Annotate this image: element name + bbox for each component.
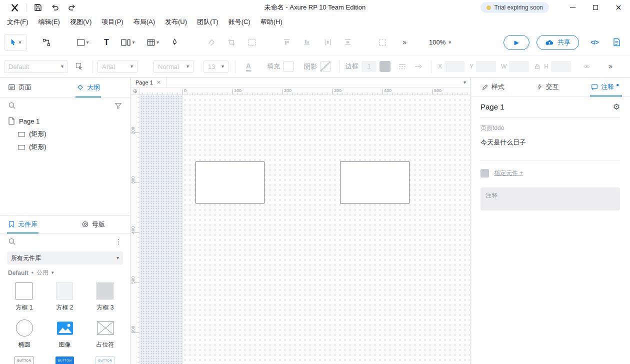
tree-item-rectangle[interactable]: (矩形) xyxy=(0,128,130,140)
rectangle-widget[interactable] xyxy=(196,162,264,204)
kebab-menu-icon[interactable]: ⋮ xyxy=(115,238,122,246)
connector-tool-button[interactable] xyxy=(39,34,54,51)
crop-button[interactable] xyxy=(224,34,239,51)
tab-style[interactable]: 样式 xyxy=(482,78,504,96)
undo-button[interactable] xyxy=(46,0,64,15)
inspect-code-button[interactable]: </> xyxy=(587,34,602,51)
minimize-button[interactable] xyxy=(561,0,584,15)
widget-box2[interactable]: 方框 2 xyxy=(56,282,73,312)
redo-button[interactable] xyxy=(64,0,80,15)
save-button[interactable] xyxy=(30,0,46,15)
frames-tool-button[interactable]: ▾ xyxy=(116,34,140,51)
lock-ratio-button[interactable] xyxy=(532,58,542,75)
line-style-button[interactable] xyxy=(394,58,410,75)
tab-list-dropdown[interactable]: ▾ xyxy=(464,80,466,85)
stylebar-more-button[interactable]: » xyxy=(603,58,618,75)
pen-tool-button[interactable] xyxy=(167,34,182,51)
shadow-label: 阴影 xyxy=(304,62,317,71)
preview-button[interactable]: ▶ xyxy=(504,35,530,50)
canvas-surface[interactable] xyxy=(140,95,470,364)
assign-widget-link[interactable]: 指定元件 + xyxy=(494,169,523,178)
text-tool-button[interactable]: T xyxy=(99,34,114,51)
widget-button-default[interactable]: BUTTON xyxy=(14,356,34,364)
ruler-corner[interactable] xyxy=(130,88,140,95)
tab-notes[interactable]: 注释 ● xyxy=(591,78,619,96)
library-group-header[interactable]: Default • 公用 ▾ xyxy=(8,268,122,277)
menu-file[interactable]: 文件(F) xyxy=(2,15,34,29)
style-preset-select[interactable]: Default ▾ xyxy=(4,60,68,73)
widget-box3[interactable]: 方框 3 xyxy=(96,282,114,312)
toolbar-more-button[interactable]: » xyxy=(397,34,412,51)
vertical-ruler: 200 300 400 500 600 xyxy=(130,95,140,364)
library-select[interactable]: 所有元件库 ▾ xyxy=(7,252,123,264)
widget-notes-box[interactable]: 注释 xyxy=(480,188,620,210)
x-input[interactable] xyxy=(444,61,464,72)
more-icon: » xyxy=(608,62,612,71)
tab-close-icon[interactable]: × xyxy=(156,80,161,85)
slice-button[interactable] xyxy=(244,34,259,51)
tab-masters[interactable]: 母版 xyxy=(82,216,105,233)
border-swatch[interactable] xyxy=(380,61,390,72)
widget-button-link[interactable]: BUTTON xyxy=(96,356,116,364)
spec-doc-button[interactable] xyxy=(609,34,624,51)
toolbar: ▾ ▾ T ▾ ▾ xyxy=(0,29,630,56)
note-field-value[interactable]: 今天是什么日子 xyxy=(480,138,620,147)
font-weight-select[interactable]: Normal ▾ xyxy=(154,60,194,73)
w-input[interactable] xyxy=(509,61,529,72)
tree-item-page[interactable]: Page 1 xyxy=(0,114,130,128)
menu-arrange[interactable]: 布局(A) xyxy=(128,15,160,29)
arrow-style-button[interactable] xyxy=(410,58,426,75)
y-input[interactable] xyxy=(476,61,496,72)
format-painter-button[interactable] xyxy=(204,34,219,51)
canvas-out-of-page-area xyxy=(140,95,182,364)
widget-placeholder[interactable]: 占位符 xyxy=(96,319,114,349)
menu-help[interactable]: 帮助(H) xyxy=(256,15,288,29)
widget-image[interactable]: 图像 xyxy=(56,319,74,349)
tab-widget-libraries[interactable]: 元件库 xyxy=(8,216,38,233)
rectangle-tool-button[interactable]: ▾ xyxy=(72,34,94,51)
visibility-button[interactable] xyxy=(579,58,594,75)
tab-interaction[interactable]: 交互 xyxy=(536,78,558,96)
assign-widget-swatch[interactable] xyxy=(480,169,489,178)
tab-pages[interactable]: 页面 xyxy=(8,78,32,97)
distribute-vertical-button[interactable] xyxy=(340,34,355,51)
menu-publish[interactable]: 发布(U) xyxy=(160,15,192,29)
border-width-input[interactable]: 1 xyxy=(362,61,376,72)
menu-edit[interactable]: 编辑(E) xyxy=(34,15,65,29)
h-input[interactable] xyxy=(551,61,571,72)
page-tab[interactable]: Page 1 × xyxy=(130,78,166,87)
font-size-select[interactable]: 13 ▾ xyxy=(204,60,228,73)
gear-icon[interactable]: ⚙ xyxy=(613,102,620,112)
redo-icon xyxy=(68,4,76,12)
zoom-select[interactable]: 100% ▾ xyxy=(425,35,455,50)
menu-view[interactable]: 视图(V) xyxy=(65,15,96,29)
style-picker-button[interactable] xyxy=(72,58,87,75)
align-bottom-button[interactable] xyxy=(299,34,314,51)
group-button[interactable] xyxy=(375,34,390,51)
tree-item-rectangle[interactable]: (矩形) xyxy=(0,140,130,154)
font-family-select[interactable]: Arial ▾ xyxy=(98,60,138,73)
pages-outline-tabs: 页面 大纲 xyxy=(0,78,130,98)
outline-search[interactable] xyxy=(0,98,130,114)
shadow-swatch[interactable] xyxy=(320,61,331,72)
share-button[interactable]: 共享 xyxy=(536,35,579,50)
selection-tool-button[interactable]: ▾ xyxy=(4,34,27,51)
rectangle-widget[interactable] xyxy=(340,162,410,204)
widget-button-primary[interactable]: BUTTON xyxy=(56,356,74,364)
menu-account[interactable]: 账号(C) xyxy=(224,15,256,29)
widget-ellipse[interactable]: 椭圆 xyxy=(16,319,33,349)
table-tool-button[interactable]: ▾ xyxy=(142,34,164,51)
close-button[interactable]: × xyxy=(607,0,630,15)
menu-team[interactable]: 团队(T) xyxy=(192,15,224,29)
maximize-button[interactable] xyxy=(584,0,607,15)
fill-swatch[interactable] xyxy=(283,61,294,72)
menu-project[interactable]: 项目(P) xyxy=(96,15,128,29)
distribute-horizontal-button[interactable] xyxy=(320,34,335,51)
text-color-button[interactable]: A xyxy=(241,58,256,75)
widget-box1[interactable]: 方框 1 xyxy=(16,282,32,312)
align-top-button[interactable] xyxy=(279,34,294,51)
tab-outline[interactable]: 大纲 xyxy=(76,78,100,97)
trial-badge[interactable]: Trial expiring soon xyxy=(480,2,549,13)
connector-icon xyxy=(42,38,50,46)
library-search[interactable]: ⋮ xyxy=(0,234,130,250)
